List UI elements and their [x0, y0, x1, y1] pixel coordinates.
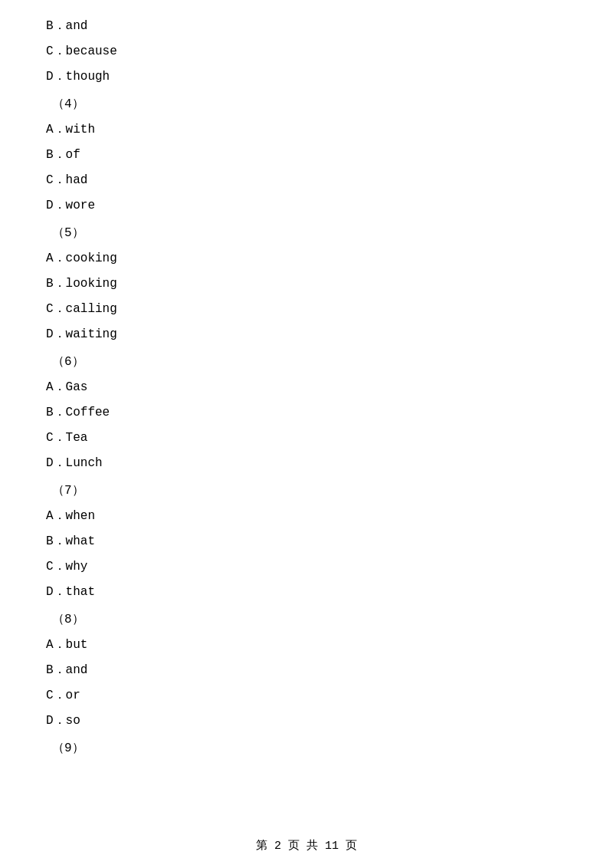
option-line: A．Gas [46, 376, 567, 399]
section-label: （9） [52, 738, 567, 760]
page-footer: 第 2 页 共 11 页 [0, 838, 613, 853]
option-line: C．because [46, 41, 567, 63]
option-line: C．had [46, 169, 567, 192]
option-line: A．with [46, 119, 567, 141]
section-label: （5） [52, 222, 567, 245]
option-line: B．of [46, 144, 567, 166]
option-line: D．though [46, 66, 567, 88]
option-line: B．and [46, 659, 567, 682]
option-line: C．why [46, 556, 567, 578]
section-label: （7） [52, 480, 567, 502]
option-line: A．when [46, 505, 567, 528]
option-line: B．looking [46, 273, 567, 295]
option-line: B．what [46, 531, 567, 553]
option-line: C．or [46, 685, 567, 707]
option-line: D．Lunch [46, 452, 567, 475]
option-line: B．Coffee [46, 402, 567, 424]
section-label: （4） [52, 94, 567, 116]
section-label: （6） [52, 351, 567, 373]
option-line: D．that [46, 581, 567, 603]
option-line: D．wore [46, 195, 567, 217]
option-line: C．calling [46, 298, 567, 321]
option-line: C．Tea [46, 427, 567, 449]
option-line: D．waiting [46, 324, 567, 346]
option-line: B．and [46, 15, 567, 38]
option-line: A．but [46, 634, 567, 656]
option-line: D．so [46, 710, 567, 732]
option-line: A．cooking [46, 248, 567, 270]
main-content: B．andC．becauseD．though（4）A．withB．ofC．had… [0, 0, 613, 809]
section-label: （8） [52, 609, 567, 631]
footer-text: 第 2 页 共 11 页 [256, 840, 357, 853]
